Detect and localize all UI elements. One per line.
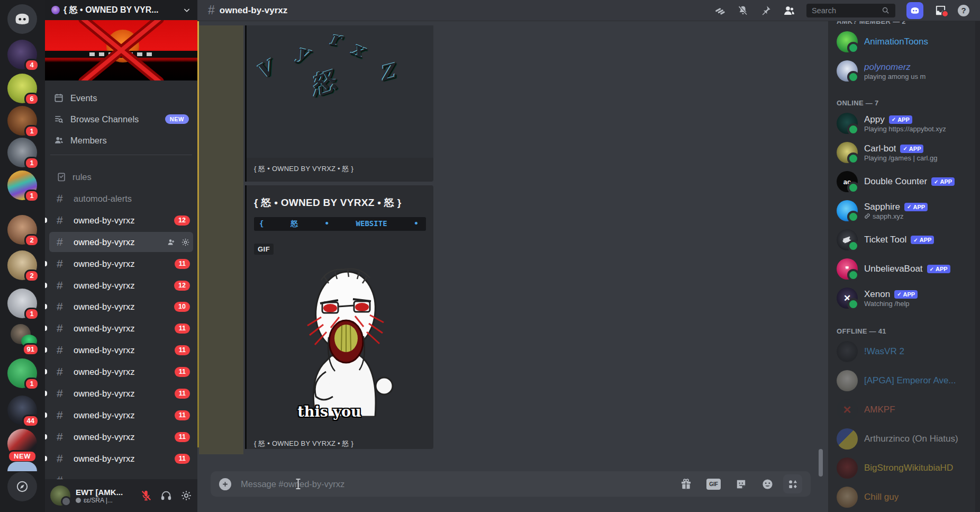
emoji-icon[interactable]: [761, 478, 774, 490]
avatar: [837, 457, 858, 479]
explore-servers-button[interactable]: [7, 472, 37, 501]
channel-item[interactable]: # owned-by-vyrxz 12: [49, 210, 193, 230]
avatar: ❞: [837, 258, 858, 280]
server-icon-peek[interactable]: [7, 462, 37, 471]
server-icon[interactable]: 2: [7, 215, 37, 245]
message-embed-top[interactable]: V y r x Z 怒 { 怒 • OWNED BY VYRXZ • 怒 }: [245, 25, 433, 182]
hash-icon: #: [57, 192, 68, 205]
server-icon[interactable]: 1: [7, 358, 37, 388]
member-name: UnbelievaBoat: [864, 264, 923, 274]
channel-item-selected[interactable]: # owned-by-vyrxz: [49, 232, 193, 252]
member-status: sapph.xyz: [864, 212, 928, 220]
text-cursor: [295, 478, 302, 490]
server-icon[interactable]: 4: [7, 40, 37, 69]
message-input[interactable]: [240, 479, 538, 490]
apps-icon[interactable]: [783, 474, 802, 493]
notifications-muted-icon[interactable]: [737, 5, 749, 16]
sticker-icon[interactable]: [735, 478, 747, 490]
search-input[interactable]: [811, 6, 882, 15]
channel-item[interactable]: # owned-by-vyrxz 11: [49, 405, 193, 425]
member-row[interactable]: Ticket Tool ✓APP: [837, 228, 980, 252]
help-icon[interactable]: ?: [958, 5, 969, 16]
gift-icon[interactable]: [680, 478, 692, 490]
invite-people-icon[interactable]: [167, 238, 176, 247]
unread-count-badge: 11: [175, 389, 190, 399]
channel-item[interactable]: # owned-by-vyrxz 12: [49, 275, 193, 295]
channel-item-rules[interactable]: rules: [49, 167, 193, 187]
member-row[interactable]: ac Double Counter ✓APP: [837, 169, 980, 194]
gif-picker-icon[interactable]: GIF: [706, 479, 721, 490]
server-icon[interactable]: 6: [7, 74, 37, 103]
server-icon[interactable]: 1: [7, 170, 37, 200]
embed-image-vyrxz-letters[interactable]: V y r x Z 怒: [247, 25, 433, 158]
member-list-toggle-icon[interactable]: [783, 4, 795, 17]
discord-app: 4 6 1 1 1 2 2 1 91 1 44 NEW: [0, 0, 980, 512]
member-name: BigStrongWikitubiaHD: [864, 463, 953, 473]
hash-icon: #: [57, 409, 68, 421]
search-box[interactable]: [806, 4, 895, 17]
gear-icon[interactable]: [181, 238, 190, 247]
channel-item[interactable]: # owned-by-vyrxz 11: [49, 340, 193, 360]
channel-item[interactable]: # owned-by-vyrxz 11: [49, 362, 193, 382]
gear-icon[interactable]: [180, 490, 192, 501]
channel-item[interactable]: # owned-by-vyrxz 11: [49, 318, 193, 338]
member-list-scrollbar[interactable]: [975, 21, 980, 512]
server-icon[interactable]: 2: [7, 250, 37, 280]
chat-scrollbar-thumb[interactable]: [819, 449, 823, 477]
avatar[interactable]: [50, 486, 70, 506]
member-row[interactable]: polynomerz playing among us m: [837, 59, 980, 83]
unread-count-badge: 11: [175, 454, 190, 464]
attach-plus-button[interactable]: [219, 478, 231, 490]
server-icon[interactable]: 1: [7, 138, 37, 167]
rules-channel-icon: [57, 172, 67, 182]
discord-home-button[interactable]: [7, 4, 37, 34]
sidebar-item-members[interactable]: Members: [49, 130, 193, 150]
channel-item[interactable]: # owned-by-vyrxz 10: [49, 297, 193, 317]
member-row[interactable]: Chill guy: [837, 485, 980, 509]
member-row[interactable]: Arthurzinco (On Hiatus): [837, 427, 980, 451]
server-icon[interactable]: 91: [7, 324, 37, 354]
app-badge: ✓APP: [900, 145, 923, 153]
member-row[interactable]: ❞ UnbelievaBoat ✓APP: [837, 257, 980, 281]
message-embed-main[interactable]: { 怒 • OWNED BY VYRXZ • 怒 } { 怒 • WEBSITE…: [245, 185, 433, 449]
avatar: [837, 113, 858, 134]
server-header[interactable]: { 怒 • OWNED BY VYR...: [45, 0, 197, 20]
embed-gif-soyjak[interactable]: this you: [247, 258, 433, 433]
member-row[interactable]: Carl-bot ✓APP Playing /games | carl.gg: [837, 140, 980, 165]
headphones-icon[interactable]: [160, 490, 172, 501]
server-icon[interactable]: 1: [7, 289, 37, 318]
member-row[interactable]: AnimationToons: [837, 30, 980, 54]
member-row[interactable]: [APGA] Emperor Ave...: [837, 369, 980, 393]
threads-icon[interactable]: [714, 5, 726, 16]
unread-indicator: [45, 218, 47, 223]
member-row[interactable]: !WasVR 2: [837, 339, 980, 364]
inbox-icon[interactable]: [934, 4, 947, 16]
member-row[interactable]: BigStrongWikitubiaHD: [837, 456, 980, 480]
user-info[interactable]: EWT [AMK... ɛɛ/SRA |...: [76, 488, 136, 504]
member-row[interactable]: ✕ Xenon ✓APP Watching /help: [837, 286, 980, 310]
mention-badge: 4: [24, 59, 39, 71]
member-row[interactable]: Appy ✓APP Playing https://appybot.xyz: [837, 111, 980, 136]
embed-link-bar[interactable]: { 怒 • WEBSITE • 怒 }: [254, 217, 426, 231]
channel-item[interactable]: # owned-by-vyrxz 11: [49, 254, 193, 274]
server-icon[interactable]: 1: [7, 106, 37, 136]
banner-x-mark: [78, 20, 165, 80]
sidebar-item-events[interactable]: Events: [49, 88, 193, 108]
channel-item[interactable]: # owned-by-vyrxz 11: [49, 448, 193, 469]
app-badge: ✓APP: [927, 265, 950, 273]
member-row[interactable]: Sapphire ✓APP sapph.xyz: [837, 199, 980, 223]
member-name: Carl-bot: [864, 143, 896, 154]
avatar: [837, 31, 858, 52]
server-icon[interactable]: 44: [7, 396, 37, 425]
channel-item[interactable]: # owned-by-vyrxz 11: [49, 427, 193, 447]
member-row[interactable]: ✕ AMKPF: [837, 398, 980, 422]
discord-update-icon[interactable]: [906, 2, 923, 19]
server-icon[interactable]: NEW: [7, 429, 37, 459]
avatar: [837, 428, 858, 450]
sidebar-item-browse-channels[interactable]: Browse Channels NEW: [49, 109, 193, 129]
channel-item-automod-alerts[interactable]: # automod-alerts: [49, 188, 193, 209]
pin-icon[interactable]: [760, 5, 772, 16]
soyjak-figure: [276, 258, 408, 417]
mic-muted-icon[interactable]: [140, 490, 152, 501]
channel-item[interactable]: # owned-by-vyrxz 11: [49, 383, 193, 403]
